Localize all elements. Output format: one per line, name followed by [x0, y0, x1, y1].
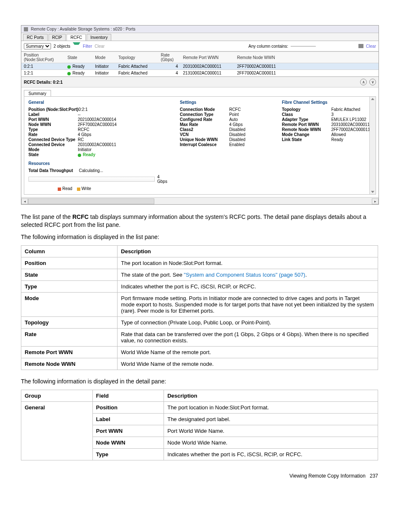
filter-icon [73, 42, 80, 51]
cell-description: Type of connection (Private Loop, Public… [118, 317, 378, 329]
panel-scrollbar[interactable] [369, 97, 376, 194]
cell-field: Port WWN [92, 425, 164, 437]
general-row: Connected Device20310002AC000011 [28, 142, 167, 147]
cell-rate: 4 [159, 63, 181, 70]
cell-column: Mode [21, 293, 118, 317]
cell-rnode: 2FF70002AC000011 [235, 70, 289, 77]
cell-description: World Wide Name of the remote node. [118, 358, 378, 370]
collapse-down-icon[interactable]: ∨ [369, 79, 376, 85]
col-mode[interactable]: Mode [92, 52, 116, 63]
general-row: Rate4 Gbps [28, 132, 167, 137]
view-select[interactable]: Summary [24, 43, 51, 49]
legend-read-swatch [58, 188, 61, 191]
cell-mode: Initiator [92, 63, 116, 70]
summary-panel: General Position (Node:Slot:Port)0:2:1La… [24, 96, 376, 195]
table-row: ModePort firmware mode setting. Ports in… [21, 293, 378, 317]
cell-description: Port World Wide Name. [164, 425, 378, 437]
tab-rc-ports[interactable]: RC Ports [23, 34, 48, 41]
cell-mode: Initiator [92, 70, 116, 77]
cell-description: The port location in Node:Slot:Port form… [118, 257, 378, 269]
general-row: StateReady [28, 152, 167, 157]
cell-description: Node World Wide Name. [164, 437, 378, 448]
general-row: Label-- [28, 112, 167, 117]
print-icon[interactable] [358, 44, 363, 48]
cell-field: Node WWN [92, 437, 164, 448]
table-row: StateThe state of the port. See "System … [21, 269, 378, 281]
scroll-thumb[interactable] [28, 198, 154, 204]
settings-row: Max Rate4 Gbps [180, 122, 269, 127]
fibre-row: Adapter TypeEMULEX LP11002 [282, 117, 371, 122]
cell-topology: Fabric Attached [116, 63, 159, 70]
col-rate[interactable]: Rate (Gbps) [159, 52, 181, 63]
cell-position: 0:2:1 [21, 63, 65, 70]
cell-state: Ready [65, 63, 92, 70]
cell-description: Rate that data can be transferred over t… [118, 329, 378, 347]
table-row[interactable]: 1:2:1 Ready Initiator Fabric Attached 4 … [21, 70, 379, 77]
tab-rcip[interactable]: RCIP [49, 34, 66, 41]
page-footer: Viewing Remote Copy Information 237 [21, 473, 378, 479]
col-remote-port-wwn[interactable]: Remote Port WWN [181, 52, 235, 63]
cell-field: Label [92, 413, 164, 425]
table-row: TopologyType of connection (Private Loop… [21, 317, 378, 329]
col-position[interactable]: Position (Node:Slot:Port) [21, 52, 65, 63]
details-header: RCFC Details: 0:2:1 ∧ ∨ [21, 77, 379, 87]
scroll-right-icon[interactable]: ▸ [372, 198, 379, 204]
table-row: TypeIndicates whether the port is FC, iS… [21, 281, 378, 293]
detail-pane-table: Group Field Description GeneralPositionT… [21, 390, 378, 460]
cell-description: Port firmware mode setting. Ports in Ini… [118, 293, 378, 317]
cell-column: Topology [21, 317, 118, 329]
general-row: TypeRCFC [28, 127, 167, 132]
collapse-up-icon[interactable]: ∧ [360, 79, 367, 85]
general-row: ModeInitiator [28, 147, 167, 152]
horizontal-scrollbar[interactable]: ◂ ▸ [21, 197, 379, 204]
settings-row: Connection TypePoint [180, 112, 269, 117]
details-body: Summary General Position (Node:Slot:Port… [21, 87, 379, 197]
top-tabs: RC Ports RCIP RCFC Inventory [21, 33, 379, 41]
cell-column: Remote Port WWN [21, 347, 118, 358]
status-ready-icon [67, 72, 71, 75]
toolbar: Summary 2 objects Filter Clear Any colum… [21, 41, 379, 51]
cell-description: The port location in Node:Slot:Port form… [164, 401, 378, 413]
resources-heading: Resources [28, 161, 167, 166]
fibre-row: TopologyFabric Attached [282, 107, 371, 112]
search-input[interactable] [291, 46, 316, 46]
settings-row: Class2Disabled [180, 127, 269, 132]
cell-column: Rate [21, 329, 118, 347]
list-pane-table: Column Description PositionThe port loca… [21, 245, 378, 370]
tab-rcfc[interactable]: RCFC [66, 34, 86, 41]
table-row[interactable]: 0:2:1 Ready Initiator Fabric Attached 4 … [21, 63, 379, 70]
settings-row: Unique Node WWNDisabled [180, 137, 269, 142]
cell-description: Indicates whether the port is FC, iSCSI,… [164, 448, 378, 460]
ports-table: Position (Node:Slot:Port) State Mode Top… [21, 51, 379, 77]
col-field: Field [92, 390, 164, 401]
cell-description: The designated port label. [164, 413, 378, 425]
scroll-left-icon[interactable]: ◂ [21, 198, 28, 204]
cell-rate: 4 [159, 70, 181, 77]
bar-max-label: 4 Gbps [157, 175, 167, 184]
throughput-row: Total Data Throughput Calculating... [28, 168, 167, 173]
table-row: GeneralPositionThe port location in Node… [21, 401, 378, 413]
clear-link[interactable]: Clear [95, 44, 105, 49]
throughput-bar [28, 177, 155, 182]
col-topology[interactable]: Topology [116, 52, 159, 63]
status-ready-icon [78, 154, 81, 157]
general-row: Position (Node:Slot:Port)0:2:1 [28, 107, 167, 112]
clear-link-right[interactable]: Clear [366, 44, 376, 49]
window-title: Remote Copy : Available Storage Systems … [31, 27, 136, 31]
fibre-row: Class3 [282, 112, 371, 117]
general-heading: General [28, 100, 167, 105]
table-row: Remote Port WWNWorld Wide Name of the re… [21, 347, 378, 358]
inner-tab-summary[interactable]: Summary [24, 90, 51, 97]
col-description: Description [118, 246, 378, 257]
col-remote-node-wwn[interactable]: Remote Node WWN [235, 52, 289, 63]
detail-pane-intro: The following information is displayed i… [21, 378, 378, 386]
tab-inventory[interactable]: Inventory [87, 34, 111, 41]
filter-link[interactable]: Filter [83, 44, 92, 49]
rcfc-window: Remote Copy : Available Storage Systems … [21, 25, 379, 205]
col-state[interactable]: State [65, 52, 92, 63]
settings-row: Interrupt CoalesceEnabled [180, 142, 269, 147]
legend: Read Write [28, 186, 167, 191]
status-icons-link[interactable]: "System and Component Status Icons" (pag… [184, 272, 305, 278]
fibre-row: Link StateReady [282, 137, 371, 142]
cell-position: 1:2:1 [21, 70, 65, 77]
